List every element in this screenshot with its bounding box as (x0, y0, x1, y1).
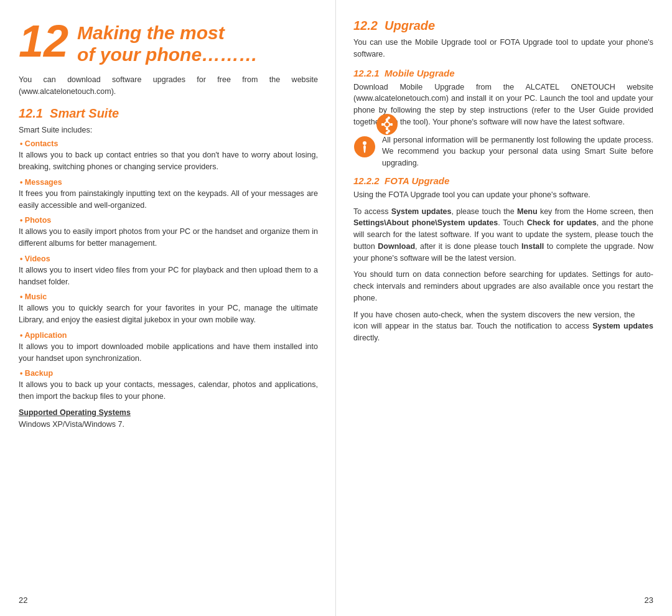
chapter-header: 12 Making the most of your phone……… (19, 19, 318, 65)
warning-box: All personal information will be permane… (353, 134, 653, 169)
os-text: Windows XP/Vista/Windows 7. (19, 419, 318, 431)
section-12-2-1-body: Download Mobile Upgrade from the ALCATEL… (353, 82, 653, 128)
bullet-photos: Photos It allows you to easily import ph… (19, 216, 318, 250)
section-12-2-2-body3: You should turn on data connection befor… (353, 269, 653, 304)
bullet-label-application: Application (19, 331, 318, 340)
bullet-label-messages: Messages (19, 178, 318, 187)
bullet-text-music: It allows you to quickly search for your… (19, 302, 318, 326)
bullet-text-videos: It allows you to insert video files from… (19, 264, 318, 288)
bullet-videos: Videos It allows you to insert video fil… (19, 254, 318, 288)
right-page: 12.2 Upgrade You can use the Mobile Upgr… (336, 0, 672, 616)
svg-rect-7 (386, 128, 388, 130)
bullet-text-photos: It allows you to easily import photos fr… (19, 226, 318, 250)
bullet-label-music: Music (19, 292, 318, 301)
intro-text: You can download software upgrades for f… (19, 74, 318, 98)
bullet-label-videos: Videos (19, 254, 318, 263)
left-page: 12 Making the most of your phone……… You … (0, 0, 336, 616)
bullet-backup: Backup It allows you to back up your con… (19, 369, 318, 403)
section-12-2-1-title: 12.2.1 Mobile Upgrade (353, 68, 653, 78)
chapter-title: Making the most of your phone……… (77, 19, 258, 65)
svg-point-1 (363, 141, 366, 145)
bullet-text-contacts: It allows you to back up contact entries… (19, 149, 318, 173)
bullet-label-contacts: Contacts (19, 139, 318, 148)
section-12-2-2-body1: Using the FOTA Upgrade tool you can upda… (353, 189, 653, 201)
bullet-text-application: It allows you to import downloaded mobil… (19, 341, 318, 365)
supported-os-link[interactable]: Supported Operating Systems (19, 408, 131, 417)
bullet-text-messages: It frees you from painstakingly inputtin… (19, 188, 318, 212)
section-12-1-title: 12.1 Smart Suite (19, 106, 318, 121)
bullet-application: Application It allows you to import down… (19, 331, 318, 365)
svg-rect-9 (390, 123, 393, 126)
bullet-music: Music It allows you to quickly search fo… (19, 292, 318, 326)
left-page-number: 22 (19, 595, 27, 605)
supported-os-section: Supported Operating Systems Windows XP/V… (19, 408, 318, 431)
includes-text: Smart Suite includes: (19, 124, 318, 136)
section-12-2-2-title: 12.2.2 FOTA Upgrade (353, 175, 653, 186)
section-12-2-2-body4: If you have chosen auto-check, when the … (353, 309, 653, 344)
warning-icon (353, 136, 376, 158)
bullet-label-backup: Backup (19, 369, 318, 378)
bullet-messages: Messages It frees you from painstakingly… (19, 178, 318, 212)
svg-rect-8 (381, 123, 384, 126)
section-12-2-title: 12.2 Upgrade (353, 19, 653, 33)
bullet-contacts: Contacts It allows you to back up contac… (19, 139, 318, 173)
right-page-number: 23 (645, 595, 653, 605)
bullet-label-photos: Photos (19, 216, 318, 225)
svg-point-5 (385, 123, 389, 126)
bullet-list: Contacts It allows you to back up contac… (19, 139, 318, 403)
chapter-number: 12 (19, 19, 68, 63)
section-12-2-intro: You can use the Mobile Upgrade tool or F… (353, 37, 653, 60)
section-12-2-2-body2: To access System updates, please touch t… (353, 206, 653, 264)
bullet-text-backup: It allows you to back up your contacts, … (19, 379, 318, 403)
warning-text: All personal information will be permane… (382, 134, 653, 169)
